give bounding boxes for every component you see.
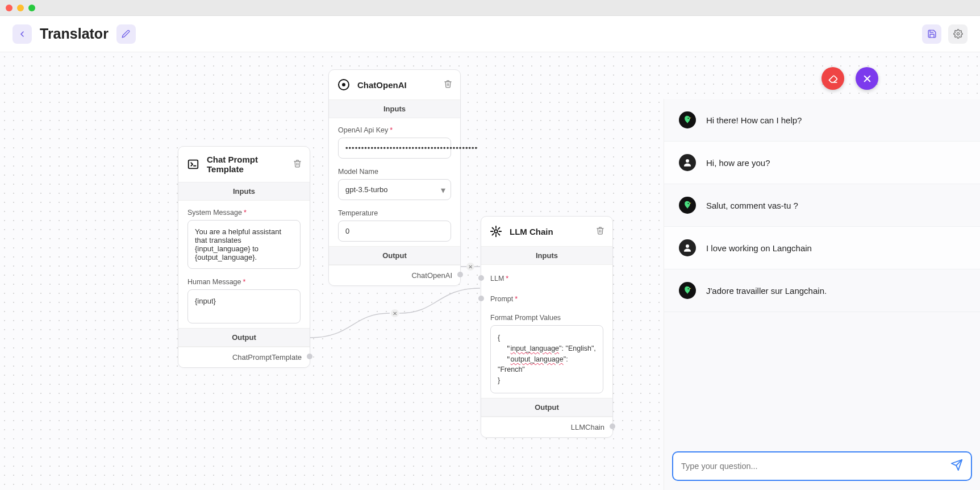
parrot-icon [682,285,693,296]
bot-avatar [679,197,696,214]
output-port[interactable] [457,272,463,277]
node-chat-openai[interactable]: ChatOpenAI Inputs OpenAI Api Key* ••••••… [328,69,461,286]
node-title: ChatOpenAI [357,80,437,90]
output-label: LLMChain [481,417,612,437]
gear-icon [953,29,963,39]
svg-point-17 [687,203,689,204]
save-icon [927,29,937,39]
chat-message: Salut, comment vas-tu ? [664,184,980,227]
chat-text: Hi, how are you? [706,158,770,168]
inputs-header: Inputs [481,246,612,265]
chevron-down-icon: ▾ [441,184,445,195]
bot-avatar [679,111,696,128]
terminal-icon [186,157,200,171]
node-title: LLM Chain [510,227,589,236]
output-header: Output [329,246,460,265]
node-title: Chat Prompt Template [207,155,286,174]
format-values-input[interactable]: { "input_language": "English", "output_l… [490,325,603,393]
temperature-input[interactable]: 0 [338,221,451,242]
field-label-model: Model Name [338,168,451,176]
edge-delete-button[interactable]: ✕ [466,263,474,271]
edit-title-button[interactable] [116,24,136,44]
chevron-left-icon [18,30,27,39]
chat-list[interactable]: Hi there! How can I help? Hi, how are yo… [664,99,980,442]
chat-text: I love working on Langchain [706,243,812,253]
field-label-apikey: OpenAI Api Key* [338,126,451,134]
trash-icon [293,159,302,168]
flow-canvas[interactable]: ✕ ✕ Chat Prompt Template Inputs System M… [0,52,980,490]
output-label: ChatOpenAI [329,265,460,285]
close-chat-button[interactable] [856,67,878,90]
output-header: Output [178,328,310,347]
chat-message: J'adore travailler sur Langchain. [664,269,980,312]
chat-message: Hi there! How can I help? [664,99,980,142]
window-close-button[interactable] [6,5,12,11]
bot-avatar [679,282,696,299]
eraser-icon [828,73,839,84]
page-title: Translator [40,26,109,42]
trash-icon [596,226,604,235]
output-port[interactable] [610,423,615,429]
node-delete-button[interactable] [444,80,452,90]
parrot-icon [682,200,693,210]
node-llm-chain[interactable]: LLM Chain Inputs LLM* Prompt* Format Pro… [481,216,613,438]
user-icon [682,243,693,253]
inputs-header: Inputs [329,99,460,118]
user-avatar [679,239,696,256]
chat-panel: Hi there! How can I help? Hi, how are yo… [664,99,980,490]
top-bar: Translator [0,16,980,52]
prompt-input-port[interactable] [478,296,484,301]
svg-line-11 [493,234,494,235]
save-button[interactable] [922,24,941,44]
field-label-format: Format Prompt Values [490,314,603,322]
parrot-icon [682,115,693,125]
svg-point-4 [494,230,498,233]
chat-input[interactable] [672,451,972,481]
apikey-input[interactable]: ••••••••••••••••••••••••••••••••••••••••… [338,138,451,159]
human-message-input[interactable]: {input} [187,289,301,323]
user-icon [682,157,693,168]
settings-button[interactable] [948,24,968,44]
field-label-llm: LLM* [490,275,508,283]
close-icon [862,73,873,84]
send-button[interactable] [950,459,963,474]
node-delete-button[interactable] [596,226,604,237]
window-zoom-button[interactable] [28,5,35,11]
back-button[interactable] [12,24,32,44]
pencil-icon [122,30,130,38]
chat-input-field[interactable] [681,462,950,471]
field-label-prompt: Prompt* [490,295,518,303]
output-header: Output [481,398,612,417]
node-chat-prompt-template[interactable]: Chat Prompt Template Inputs System Messa… [178,146,310,368]
chat-message: Hi, how are you? [664,142,980,184]
field-label-human-message: Human Message* [187,278,301,286]
svg-point-0 [957,32,959,35]
clear-button[interactable] [821,67,844,90]
field-label-temperature: Temperature [338,209,451,217]
model-select[interactable]: gpt-3.5-turbo [338,179,451,200]
send-icon [950,459,963,471]
svg-line-7 [493,228,494,230]
svg-point-3 [342,83,345,86]
svg-line-8 [498,234,500,235]
svg-point-15 [687,118,689,119]
field-label-system-message: System Message* [187,209,301,217]
inputs-header: Inputs [178,182,310,201]
window-minimize-button[interactable] [17,5,24,11]
chat-text: Hi there! How can I help? [706,115,802,125]
chat-text: J'adore travailler sur Langchain. [706,286,827,296]
node-delete-button[interactable] [293,159,302,170]
trash-icon [444,80,452,88]
edge-delete-button[interactable]: ✕ [391,309,399,317]
chat-text: Salut, comment vas-tu ? [706,201,798,210]
svg-point-18 [686,244,689,248]
system-message-input[interactable]: You are a helpful assistant that transla… [187,220,301,269]
svg-point-19 [687,288,689,289]
svg-point-16 [686,159,689,163]
output-label: ChatPromptTemplate [178,347,310,367]
window-titlebar [0,0,980,16]
llm-input-port[interactable] [478,275,484,281]
chat-message: I love working on Langchain [664,227,980,269]
svg-line-12 [498,228,500,230]
output-port[interactable] [307,354,312,359]
